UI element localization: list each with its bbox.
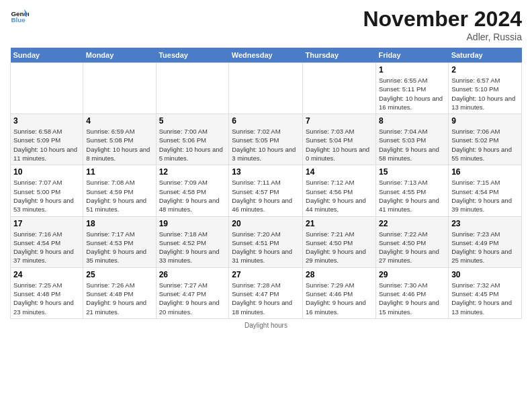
- day-number: 23: [451, 219, 519, 228]
- day-info: Sunrise: 7:00 AM Sunset: 5:06 PM Dayligh…: [159, 127, 226, 163]
- day-info: Sunrise: 7:27 AM Sunset: 4:47 PM Dayligh…: [159, 281, 226, 316]
- day-number: 10: [13, 167, 80, 177]
- calendar-week-2: 10Sunrise: 7:07 AM Sunset: 5:00 PM Dayli…: [11, 165, 522, 216]
- table-row: 21Sunrise: 7:21 AM Sunset: 4:50 PM Dayli…: [303, 216, 376, 267]
- day-number: 9: [451, 116, 519, 126]
- table-row: 26Sunrise: 7:27 AM Sunset: 4:47 PM Dayli…: [156, 267, 229, 318]
- day-info: Sunrise: 6:59 AM Sunset: 5:08 PM Dayligh…: [86, 127, 152, 163]
- calendar-table: Sunday Monday Tuesday Wednesday Thursday…: [10, 48, 522, 319]
- day-number: 14: [306, 167, 373, 177]
- table-row: 18Sunrise: 7:17 AM Sunset: 4:53 PM Dayli…: [83, 216, 156, 267]
- table-row: 23Sunrise: 7:23 AM Sunset: 4:49 PM Dayli…: [449, 216, 522, 267]
- calendar-body: 1Sunrise: 6:55 AM Sunset: 5:11 PM Daylig…: [11, 63, 522, 319]
- day-number: 4: [86, 116, 152, 126]
- calendar-header: Sunday Monday Tuesday Wednesday Thursday…: [11, 48, 522, 63]
- table-row: 29Sunrise: 7:30 AM Sunset: 4:46 PM Dayli…: [376, 267, 449, 318]
- table-row: 10Sunrise: 7:07 AM Sunset: 5:00 PM Dayli…: [11, 165, 83, 216]
- day-info: Sunrise: 7:30 AM Sunset: 4:46 PM Dayligh…: [379, 281, 445, 316]
- day-info: Sunrise: 7:03 AM Sunset: 5:04 PM Dayligh…: [306, 127, 373, 163]
- footer: Daylight hours: [10, 322, 522, 329]
- day-number: 2: [451, 65, 519, 75]
- day-number: 20: [232, 219, 300, 228]
- day-info: Sunrise: 7:12 AM Sunset: 4:56 PM Dayligh…: [306, 178, 373, 214]
- month-title: November 2024: [363, 7, 522, 32]
- col-wednesday: Wednesday: [229, 48, 303, 63]
- table-row: 1Sunrise: 6:55 AM Sunset: 5:11 PM Daylig…: [376, 63, 449, 114]
- day-info: Sunrise: 7:09 AM Sunset: 4:58 PM Dayligh…: [159, 178, 226, 214]
- day-info: Sunrise: 7:26 AM Sunset: 4:48 PM Dayligh…: [86, 281, 152, 316]
- day-info: Sunrise: 7:21 AM Sunset: 4:50 PM Dayligh…: [306, 230, 373, 265]
- day-info: Sunrise: 7:20 AM Sunset: 4:51 PM Dayligh…: [232, 230, 300, 265]
- table-row: [229, 63, 303, 114]
- logo: General Blue: [10, 7, 29, 26]
- day-number: 6: [232, 116, 300, 126]
- day-info: Sunrise: 7:32 AM Sunset: 4:45 PM Dayligh…: [451, 281, 519, 316]
- calendar-week-0: 1Sunrise: 6:55 AM Sunset: 5:11 PM Daylig…: [11, 63, 522, 114]
- table-row: [156, 63, 229, 114]
- day-number: 15: [379, 167, 445, 177]
- day-number: 29: [379, 270, 445, 279]
- header-row: Sunday Monday Tuesday Wednesday Thursday…: [11, 48, 522, 63]
- page-header: General Blue November 2024 Adler, Russia: [10, 7, 522, 42]
- col-sunday: Sunday: [11, 48, 83, 63]
- table-row: 19Sunrise: 7:18 AM Sunset: 4:52 PM Dayli…: [156, 216, 229, 267]
- day-number: 24: [13, 270, 80, 279]
- day-number: 11: [86, 167, 152, 177]
- day-number: 18: [86, 219, 152, 228]
- title-area: November 2024 Adler, Russia: [363, 7, 522, 42]
- table-row: 5Sunrise: 7:00 AM Sunset: 5:06 PM Daylig…: [156, 114, 229, 165]
- day-info: Sunrise: 7:13 AM Sunset: 4:55 PM Dayligh…: [379, 178, 445, 214]
- day-info: Sunrise: 7:04 AM Sunset: 5:03 PM Dayligh…: [379, 127, 445, 163]
- table-row: 3Sunrise: 6:58 AM Sunset: 5:09 PM Daylig…: [11, 114, 83, 165]
- table-row: 27Sunrise: 7:28 AM Sunset: 4:47 PM Dayli…: [229, 267, 303, 318]
- day-number: 7: [306, 116, 373, 126]
- col-friday: Friday: [376, 48, 449, 63]
- table-row: 4Sunrise: 6:59 AM Sunset: 5:08 PM Daylig…: [83, 114, 156, 165]
- day-number: 25: [86, 270, 152, 279]
- day-info: Sunrise: 7:29 AM Sunset: 4:46 PM Dayligh…: [306, 281, 373, 316]
- day-number: 5: [159, 116, 226, 126]
- day-info: Sunrise: 7:15 AM Sunset: 4:54 PM Dayligh…: [451, 178, 519, 214]
- table-row: 12Sunrise: 7:09 AM Sunset: 4:58 PM Dayli…: [156, 165, 229, 216]
- table-row: 2Sunrise: 6:57 AM Sunset: 5:10 PM Daylig…: [449, 63, 522, 114]
- day-info: Sunrise: 7:02 AM Sunset: 5:05 PM Dayligh…: [232, 127, 300, 163]
- day-number: 12: [159, 167, 226, 177]
- day-info: Sunrise: 7:28 AM Sunset: 4:47 PM Dayligh…: [232, 281, 300, 316]
- day-number: 1: [379, 65, 445, 75]
- day-info: Sunrise: 7:23 AM Sunset: 4:49 PM Dayligh…: [451, 230, 519, 265]
- day-number: 8: [379, 116, 445, 126]
- day-info: Sunrise: 7:11 AM Sunset: 4:57 PM Dayligh…: [232, 178, 300, 214]
- table-row: 30Sunrise: 7:32 AM Sunset: 4:45 PM Dayli…: [449, 267, 522, 318]
- logo-icon: General Blue: [10, 7, 29, 26]
- day-info: Sunrise: 7:07 AM Sunset: 5:00 PM Dayligh…: [13, 178, 80, 214]
- day-info: Sunrise: 7:06 AM Sunset: 5:02 PM Dayligh…: [451, 127, 519, 163]
- table-row: 15Sunrise: 7:13 AM Sunset: 4:55 PM Dayli…: [376, 165, 449, 216]
- table-row: 28Sunrise: 7:29 AM Sunset: 4:46 PM Dayli…: [303, 267, 376, 318]
- day-info: Sunrise: 7:25 AM Sunset: 4:48 PM Dayligh…: [13, 281, 80, 316]
- svg-text:Blue: Blue: [11, 16, 26, 24]
- day-info: Sunrise: 7:18 AM Sunset: 4:52 PM Dayligh…: [159, 230, 226, 265]
- table-row: 20Sunrise: 7:20 AM Sunset: 4:51 PM Dayli…: [229, 216, 303, 267]
- table-row: [303, 63, 376, 114]
- col-tuesday: Tuesday: [156, 48, 229, 63]
- calendar-week-3: 17Sunrise: 7:16 AM Sunset: 4:54 PM Dayli…: [11, 216, 522, 267]
- table-row: 7Sunrise: 7:03 AM Sunset: 5:04 PM Daylig…: [303, 114, 376, 165]
- table-row: 8Sunrise: 7:04 AM Sunset: 5:03 PM Daylig…: [376, 114, 449, 165]
- day-number: 27: [232, 270, 300, 279]
- day-info: Sunrise: 6:55 AM Sunset: 5:11 PM Dayligh…: [379, 76, 445, 111]
- table-row: 22Sunrise: 7:22 AM Sunset: 4:50 PM Dayli…: [376, 216, 449, 267]
- table-row: 9Sunrise: 7:06 AM Sunset: 5:02 PM Daylig…: [449, 114, 522, 165]
- day-info: Sunrise: 6:57 AM Sunset: 5:10 PM Dayligh…: [451, 76, 519, 111]
- col-thursday: Thursday: [303, 48, 376, 63]
- day-info: Sunrise: 6:58 AM Sunset: 5:09 PM Dayligh…: [13, 127, 80, 163]
- table-row: [11, 63, 83, 114]
- day-number: 3: [13, 116, 80, 126]
- table-row: 6Sunrise: 7:02 AM Sunset: 5:05 PM Daylig…: [229, 114, 303, 165]
- table-row: 13Sunrise: 7:11 AM Sunset: 4:57 PM Dayli…: [229, 165, 303, 216]
- table-row: 25Sunrise: 7:26 AM Sunset: 4:48 PM Dayli…: [83, 267, 156, 318]
- footer-text: Daylight hours: [245, 322, 287, 329]
- day-number: 21: [306, 219, 373, 228]
- day-number: 16: [451, 167, 519, 177]
- col-saturday: Saturday: [449, 48, 522, 63]
- day-info: Sunrise: 7:22 AM Sunset: 4:50 PM Dayligh…: [379, 230, 445, 265]
